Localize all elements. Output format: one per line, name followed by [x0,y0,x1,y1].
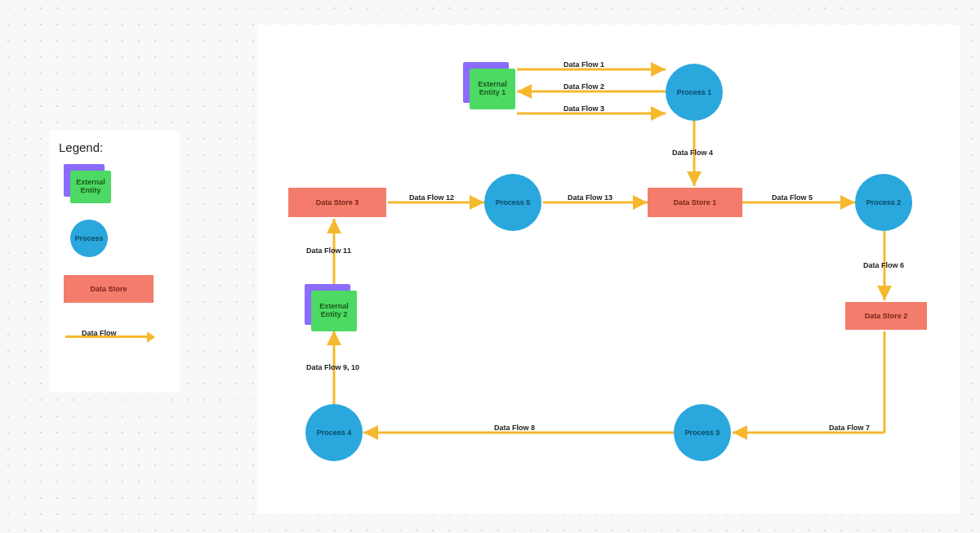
process-5[interactable]: Process 5 [484,174,541,231]
legend-external-entity-label: External Entity [70,179,111,195]
legend-process-label: Process [74,234,103,242]
flow-13-label: Data Flow 13 [568,193,612,202]
flow-8-label: Data Flow 8 [494,424,535,432]
external-entity-1[interactable]: External Entity 1 [470,69,515,109]
stage: Legend: External Entity Process Data Sto… [0,0,980,533]
legend-data-store-label: Data Store [90,285,127,293]
process-1-label: Process 1 [677,88,712,96]
flow-4-label: Data Flow 4 [672,149,713,157]
process-2[interactable]: Process 2 [855,174,912,231]
process-3[interactable]: Process 3 [674,404,731,461]
flows-svg [257,24,960,514]
process-icon: Process [70,220,108,257]
process-2-label: Process 2 [866,198,902,207]
data-store-3[interactable]: Data Store 3 [288,188,386,217]
flow-3-label: Data Flow 3 [564,104,604,113]
flow-6-label: Data Flow 6 [863,261,904,269]
flow-5-label: Data Flow 5 [772,193,813,202]
data-store-1[interactable]: Data Store 1 [648,188,742,217]
flow-12-label: Data Flow 12 [409,193,454,202]
process-4-label: Process 4 [317,429,352,437]
flow-2-label: Data Flow 2 [564,82,604,91]
legend-panel: Legend: External Entity Process Data Sto… [49,131,180,392]
process-4[interactable]: Process 4 [305,404,363,461]
external-entity-icon: External Entity [70,171,111,203]
legend-data-store: Data Store [59,275,170,309]
data-store-2[interactable]: Data Store 2 [845,302,927,330]
process-5-label: Process 5 [496,198,531,207]
flow-9-10-label: Data Flow 9, 10 [306,363,359,371]
data-store-icon: Data Store [64,275,154,303]
flow-1-label: Data Flow 1 [564,60,604,69]
diagram-canvas: Data Flow 1 Data Flow 2 Data Flow 3 Data… [257,24,960,514]
flow-7-label: Data Flow 7 [829,424,870,432]
legend-external-entity: External Entity [59,164,170,205]
process-1[interactable]: Process 1 [666,64,723,121]
data-store-1-label: Data Store 1 [674,198,717,207]
process-3-label: Process 3 [685,429,720,437]
data-store-3-label: Data Store 3 [316,198,359,207]
external-entity-1-label: External Entity 1 [470,81,515,97]
legend-data-flow: Data Flow [59,324,170,350]
data-store-2-label: Data Store 2 [865,312,908,320]
external-entity-2-label: External Entity 2 [311,303,357,319]
arrow-head-icon [147,331,155,343]
legend-data-flow-label: Data Flow [82,329,117,337]
legend-title: Legend: [59,140,170,154]
flow-11-label: Data Flow 11 [306,247,351,255]
legend-process: Process [59,220,170,260]
external-entity-2[interactable]: External Entity 2 [311,291,357,331]
